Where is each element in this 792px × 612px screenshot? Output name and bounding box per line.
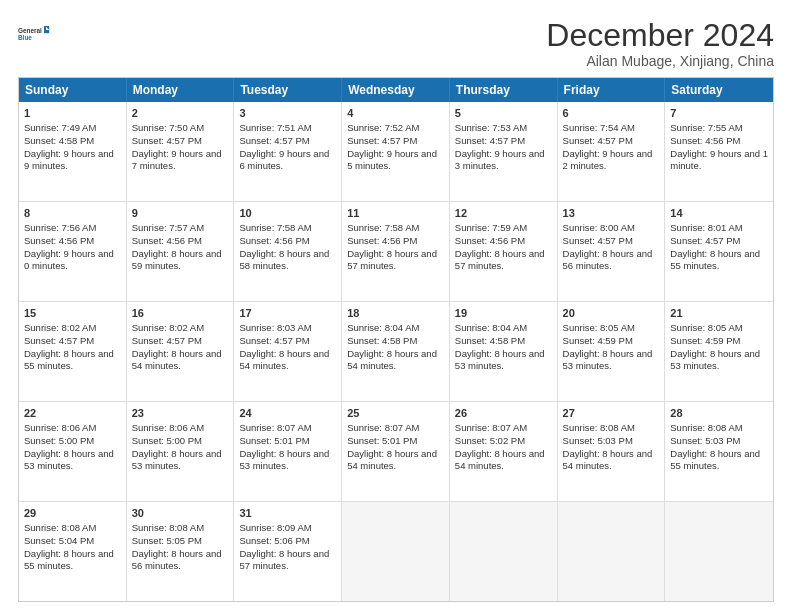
sunset: Sunset: 4:59 PM xyxy=(563,335,633,346)
calendar-cell: 27Sunrise: 8:08 AMSunset: 5:03 PMDayligh… xyxy=(558,402,666,501)
sunset: Sunset: 4:57 PM xyxy=(132,135,202,146)
sunset: Sunset: 4:56 PM xyxy=(239,235,309,246)
calendar-cell: 30Sunrise: 8:08 AMSunset: 5:05 PMDayligh… xyxy=(127,502,235,601)
day-number: 31 xyxy=(239,506,336,521)
calendar-cell: 16Sunrise: 8:02 AMSunset: 4:57 PMDayligh… xyxy=(127,302,235,401)
daylight: Daylight: 8 hours and 56 minutes. xyxy=(132,548,222,572)
day-number: 16 xyxy=(132,306,229,321)
calendar-cell xyxy=(558,502,666,601)
day-header-wednesday: Wednesday xyxy=(342,78,450,102)
daylight: Daylight: 8 hours and 54 minutes. xyxy=(347,448,437,472)
sunrise: Sunrise: 7:49 AM xyxy=(24,122,96,133)
sunset: Sunset: 5:06 PM xyxy=(239,535,309,546)
daylight: Daylight: 8 hours and 57 minutes. xyxy=(239,548,329,572)
calendar-cell: 4Sunrise: 7:52 AMSunset: 4:57 PMDaylight… xyxy=(342,102,450,201)
calendar-cell: 14Sunrise: 8:01 AMSunset: 4:57 PMDayligh… xyxy=(665,202,773,301)
sunrise: Sunrise: 8:08 AM xyxy=(24,522,96,533)
sunrise: Sunrise: 8:07 AM xyxy=(455,422,527,433)
sunrise: Sunrise: 7:53 AM xyxy=(455,122,527,133)
calendar-cell: 6Sunrise: 7:54 AMSunset: 4:57 PMDaylight… xyxy=(558,102,666,201)
sunrise: Sunrise: 8:05 AM xyxy=(563,322,635,333)
sunset: Sunset: 5:00 PM xyxy=(132,435,202,446)
day-number: 22 xyxy=(24,406,121,421)
day-header-friday: Friday xyxy=(558,78,666,102)
daylight: Daylight: 8 hours and 53 minutes. xyxy=(455,348,545,372)
daylight: Daylight: 8 hours and 53 minutes. xyxy=(563,348,653,372)
sunset: Sunset: 4:59 PM xyxy=(670,335,740,346)
sunset: Sunset: 5:03 PM xyxy=(670,435,740,446)
calendar-cell: 20Sunrise: 8:05 AMSunset: 4:59 PMDayligh… xyxy=(558,302,666,401)
sunset: Sunset: 4:56 PM xyxy=(670,135,740,146)
calendar-cell: 10Sunrise: 7:58 AMSunset: 4:56 PMDayligh… xyxy=(234,202,342,301)
sunrise: Sunrise: 8:00 AM xyxy=(563,222,635,233)
calendar-week-1: 1Sunrise: 7:49 AMSunset: 4:58 PMDaylight… xyxy=(19,102,773,201)
day-header-saturday: Saturday xyxy=(665,78,773,102)
sunrise: Sunrise: 8:08 AM xyxy=(132,522,204,533)
daylight: Daylight: 8 hours and 53 minutes. xyxy=(239,448,329,472)
sunset: Sunset: 4:58 PM xyxy=(24,135,94,146)
day-number: 3 xyxy=(239,106,336,121)
sunrise: Sunrise: 7:56 AM xyxy=(24,222,96,233)
calendar-cell: 18Sunrise: 8:04 AMSunset: 4:58 PMDayligh… xyxy=(342,302,450,401)
daylight: Daylight: 9 hours and 7 minutes. xyxy=(132,148,222,172)
sunrise: Sunrise: 8:04 AM xyxy=(347,322,419,333)
sunset: Sunset: 4:57 PM xyxy=(563,235,633,246)
sunset: Sunset: 5:04 PM xyxy=(24,535,94,546)
sunset: Sunset: 5:05 PM xyxy=(132,535,202,546)
sunset: Sunset: 4:56 PM xyxy=(132,235,202,246)
calendar-cell: 7Sunrise: 7:55 AMSunset: 4:56 PMDaylight… xyxy=(665,102,773,201)
calendar-cell: 24Sunrise: 8:07 AMSunset: 5:01 PMDayligh… xyxy=(234,402,342,501)
sunset: Sunset: 4:57 PM xyxy=(455,135,525,146)
calendar-cell: 26Sunrise: 8:07 AMSunset: 5:02 PMDayligh… xyxy=(450,402,558,501)
day-number: 5 xyxy=(455,106,552,121)
calendar-cell: 28Sunrise: 8:08 AMSunset: 5:03 PMDayligh… xyxy=(665,402,773,501)
calendar-cell: 17Sunrise: 8:03 AMSunset: 4:57 PMDayligh… xyxy=(234,302,342,401)
day-number: 19 xyxy=(455,306,552,321)
daylight: Daylight: 8 hours and 54 minutes. xyxy=(347,348,437,372)
sunset: Sunset: 4:56 PM xyxy=(24,235,94,246)
sunrise: Sunrise: 8:07 AM xyxy=(347,422,419,433)
logo: GeneralBlue xyxy=(18,18,50,50)
daylight: Daylight: 9 hours and 1 minute. xyxy=(670,148,768,172)
calendar-cell: 25Sunrise: 8:07 AMSunset: 5:01 PMDayligh… xyxy=(342,402,450,501)
sunrise: Sunrise: 8:05 AM xyxy=(670,322,742,333)
sunset: Sunset: 5:01 PM xyxy=(347,435,417,446)
day-number: 14 xyxy=(670,206,768,221)
sunrise: Sunrise: 8:02 AM xyxy=(132,322,204,333)
calendar-body: 1Sunrise: 7:49 AMSunset: 4:58 PMDaylight… xyxy=(19,102,773,601)
day-number: 27 xyxy=(563,406,660,421)
day-number: 2 xyxy=(132,106,229,121)
day-number: 17 xyxy=(239,306,336,321)
day-number: 7 xyxy=(670,106,768,121)
day-number: 15 xyxy=(24,306,121,321)
day-number: 28 xyxy=(670,406,768,421)
daylight: Daylight: 9 hours and 9 minutes. xyxy=(24,148,114,172)
sunrise: Sunrise: 8:02 AM xyxy=(24,322,96,333)
subtitle: Ailan Mubage, Xinjiang, China xyxy=(546,53,774,69)
calendar-cell xyxy=(665,502,773,601)
calendar-week-3: 15Sunrise: 8:02 AMSunset: 4:57 PMDayligh… xyxy=(19,301,773,401)
sunset: Sunset: 4:57 PM xyxy=(239,135,309,146)
day-number: 29 xyxy=(24,506,121,521)
daylight: Daylight: 8 hours and 54 minutes. xyxy=(239,348,329,372)
calendar-week-4: 22Sunrise: 8:06 AMSunset: 5:00 PMDayligh… xyxy=(19,401,773,501)
day-header-tuesday: Tuesday xyxy=(234,78,342,102)
sunset: Sunset: 4:58 PM xyxy=(347,335,417,346)
sunrise: Sunrise: 8:01 AM xyxy=(670,222,742,233)
page: GeneralBlue December 2024 Ailan Mubage, … xyxy=(0,0,792,612)
sunrise: Sunrise: 8:09 AM xyxy=(239,522,311,533)
daylight: Daylight: 8 hours and 57 minutes. xyxy=(347,248,437,272)
calendar-cell: 12Sunrise: 7:59 AMSunset: 4:56 PMDayligh… xyxy=(450,202,558,301)
sunrise: Sunrise: 7:50 AM xyxy=(132,122,204,133)
day-number: 20 xyxy=(563,306,660,321)
daylight: Daylight: 8 hours and 55 minutes. xyxy=(24,548,114,572)
calendar-cell: 9Sunrise: 7:57 AMSunset: 4:56 PMDaylight… xyxy=(127,202,235,301)
daylight: Daylight: 8 hours and 54 minutes. xyxy=(455,448,545,472)
daylight: Daylight: 8 hours and 53 minutes. xyxy=(670,348,760,372)
sunrise: Sunrise: 8:07 AM xyxy=(239,422,311,433)
day-header-monday: Monday xyxy=(127,78,235,102)
calendar-cell xyxy=(342,502,450,601)
sunrise: Sunrise: 8:08 AM xyxy=(670,422,742,433)
sunrise: Sunrise: 7:57 AM xyxy=(132,222,204,233)
sunset: Sunset: 4:56 PM xyxy=(455,235,525,246)
